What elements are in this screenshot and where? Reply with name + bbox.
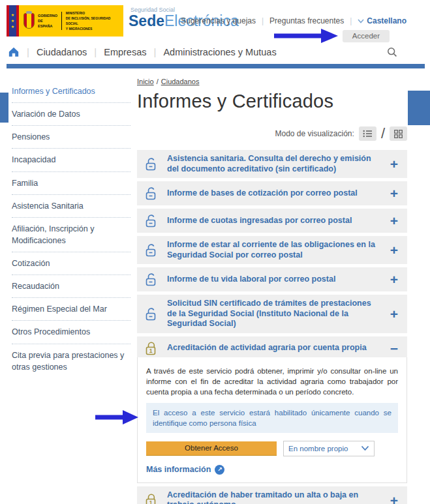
gobierno-de-espana-logo: ★ ★ ★ GOBIERNO DE ESPAÑA MINISTERIO DE I… [7,5,123,37]
locked-padlock-icon: 1 [144,492,161,504]
expand-icon[interactable]: + [390,494,398,504]
divider: | [94,46,97,57]
eu-flag-strip: ★ ★ ★ [7,5,19,37]
sidebar-item-variacion[interactable]: Variación de Datos [12,103,131,126]
obtener-acceso-button[interactable]: Obtener Acceso [146,441,277,456]
header-accent-bar [7,64,425,68]
accordion-item-title: Acreditación de actividad agraria por cu… [167,343,390,353]
divider: | [262,16,264,25]
breadcrumb-inicio[interactable]: Inicio [137,78,154,85]
main-nav: | Ciudadanos | Empresas | Administracion… [0,43,430,62]
accordion-item-title: Informe de cuotas ingresadas por correo … [167,216,390,226]
sugerencias-link[interactable]: Sugerencias y quejas [181,16,256,25]
sidebar-item-incapacidad[interactable]: Incapacidad [12,149,131,171]
divider: | [154,46,157,57]
access-controls: Obtener Acceso En nombre propio [146,441,398,456]
gobierno-text: GOBIERNO DE ESPAÑA [38,13,57,29]
language-selector[interactable]: Castellano [358,16,407,25]
accordion-item[interactable]: Informe de estar al corriente de las obl… [137,236,407,264]
sidebar-item-familia[interactable]: Familia [12,172,131,195]
expand-icon[interactable]: + [390,157,398,171]
expand-icon[interactable]: + [390,243,398,257]
accordion-item-expanded: 1 Acreditación de actividad agraria por … [137,336,407,483]
sidebar-item-afiliacion[interactable]: Afiliación, Inscripción y Modificaciones [12,218,131,252]
access-notice: El acceso a este servicio estará habilit… [146,403,398,433]
header: ★ ★ ★ GOBIERNO DE ESPAÑA MINISTERIO DE I… [0,0,430,43]
list-view-icon[interactable] [359,126,376,141]
nav-item-empresas[interactable]: Empresas [104,47,146,57]
divider: / [381,125,385,142]
logo-divider [61,12,62,30]
mas-informacion-link[interactable]: Más información ↗ [146,465,398,475]
page: ★ ★ ★ GOBIERNO DE ESPAÑA MINISTERIO DE I… [0,0,430,504]
open-padlock-icon [144,185,161,201]
sidebar-item-cotizacion[interactable]: Cotización [12,252,131,275]
ministry-banner: GOBIERNO DE ESPAÑA MINISTERIO DE INCLUSI… [19,5,123,37]
service-description: A través de este servicio podrá obtener,… [146,366,398,397]
divider: | [27,46,29,57]
acceder-button[interactable]: Acceder [343,30,390,42]
sidebar-item-regimen-mar[interactable]: Régimen Especial del Mar [12,298,131,321]
sidebar: Informes y Certificados Variación de Dat… [12,78,131,504]
accordion-item[interactable]: 1 Acreditación de haber tramitado un alt… [137,486,407,504]
star-icon: ★ [11,24,14,30]
collapse-icon[interactable]: − [390,342,398,355]
accordion-item[interactable]: Solicitud SIN certificado de trámites de… [137,295,407,333]
grid-view-icon[interactable] [390,126,407,141]
flag-stars: ★ ★ ★ [9,5,16,37]
breadcrumb-ciudadanos[interactable]: Ciudadanos [161,78,200,85]
sidebar-item-otros[interactable]: Otros Procedimientos [12,321,131,344]
utility-nav: Sugerencias y quejas | Preguntas frecuen… [181,16,407,25]
locked-padlock-icon: 1 [144,340,161,357]
chevron-down-icon [358,19,364,23]
accordion-item-title: Solicitud SIN certificado de trámites de… [167,299,390,329]
main-panel: Inicio/Ciudadanos Informes y Certificado… [137,78,407,504]
chevron-down-icon [361,445,369,451]
home-icon[interactable] [8,46,20,57]
accordion-item[interactable]: Asistencia sanitaria. Consulta del derec… [137,150,407,178]
left-accent-rect [0,93,8,123]
divider: | [350,16,352,25]
star-icon: ★ [11,12,14,18]
sidebar-item-cita-previa[interactable]: Cita previa para prestaciones y otras ge… [12,344,131,378]
expand-icon[interactable]: + [390,214,398,228]
view-mode-label: Modo de visualización: [275,129,354,138]
view-mode-bar: Modo de visualización: / [137,125,407,142]
accordion-item-title: Informe de bases de cotización por corre… [167,188,390,199]
svg-text:1: 1 [149,348,153,354]
sidebar-item-informes[interactable]: Informes y Certificados [12,80,131,103]
expand-icon[interactable]: + [390,186,398,200]
expand-icon[interactable]: + [390,273,398,286]
open-padlock-icon [144,156,161,172]
accordion-item[interactable]: Informe de tu vida laboral por correo po… [137,267,407,291]
accordion-item[interactable]: Informe de cuotas ingresadas por correo … [137,209,407,233]
svg-text:1: 1 [149,499,153,504]
search-icon[interactable] [387,47,397,57]
accordion-item-title: Acreditación de haber tramitado un alta … [167,490,390,504]
open-padlock-icon [144,242,161,258]
accordion-item-title: Informe de estar al corriente de las obl… [167,240,390,260]
accordion-item-title: Informe de tu vida laboral por correo po… [167,274,390,285]
page-title: Informes y Certificados [137,91,407,112]
select-value: En nombre propio [288,445,348,452]
ministerio-text: MINISTERIO DE INCLUSIÓN, SEGURIDAD SOCIA… [66,10,119,31]
preguntas-frecuentes-link[interactable]: Preguntas frecuentes [269,16,344,25]
representation-select[interactable]: En nombre propio [283,441,375,456]
sidebar-item-recaudacion[interactable]: Recaudación [12,275,131,298]
services-accordion: Asistencia sanitaria. Consulta del derec… [137,150,407,504]
sidebar-item-pensiones[interactable]: Pensiones [12,126,131,149]
spain-coat-of-arms-icon [23,13,35,29]
external-link-icon: ↗ [215,465,224,475]
right-accent-rect [408,91,430,125]
star-icon: ★ [11,18,14,24]
open-padlock-icon [144,271,161,288]
nav-item-administraciones[interactable]: Administraciones y Mutuas [163,47,276,57]
expand-icon[interactable]: + [390,307,398,321]
open-padlock-icon [144,306,161,322]
accordion-item-body: A través de este servicio podrá obtener,… [137,357,407,483]
sidebar-item-asistencia[interactable]: Asistencia Sanitaria [12,195,131,218]
open-padlock-icon [144,213,161,229]
nav-item-ciudadanos[interactable]: Ciudadanos [37,47,87,57]
accordion-item[interactable]: Informe de bases de cotización por corre… [137,181,407,205]
breadcrumb: Inicio/Ciudadanos [137,78,407,85]
